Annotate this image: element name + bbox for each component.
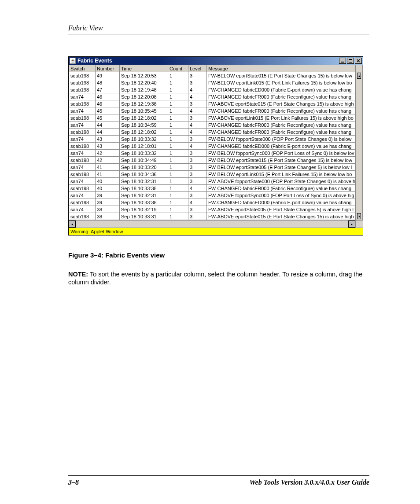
cell-time: Sep 18 10:34:49 bbox=[120, 157, 168, 164]
table-row[interactable]: san7438Sep 18 10:32:1913FW-ABOVE eportSt… bbox=[69, 206, 363, 213]
cell-message: FW-ABOVE eportLink015 (E Port Link Failu… bbox=[207, 114, 356, 121]
col-number[interactable]: Number bbox=[96, 65, 120, 72]
cell-count: 1 bbox=[168, 213, 188, 220]
cell-level: 4 bbox=[188, 86, 207, 93]
cell-time: Sep 18 10:33:32 bbox=[120, 150, 168, 157]
hscroll-track[interactable] bbox=[76, 221, 348, 228]
cell-level: 3 bbox=[188, 157, 207, 164]
cell-switch: sqab198 bbox=[69, 171, 96, 178]
cell-level: 3 bbox=[188, 136, 207, 143]
cell-number: 39 bbox=[96, 199, 120, 206]
table-row[interactable]: sqab19846Sep 18 12:19:3813FW-ABOVE eport… bbox=[69, 100, 363, 107]
figure-window: ☕ Fabric Events bbox=[68, 56, 369, 235]
col-count[interactable]: Count bbox=[168, 65, 188, 72]
cell-time: Sep 18 12:18:02 bbox=[120, 129, 168, 136]
cell-message: FW-CHANGED fabricED000 (Fabric E-port do… bbox=[207, 86, 356, 93]
table-row[interactable]: sqab19845Sep 18 12:18:0213FW-ABOVE eport… bbox=[69, 114, 363, 121]
cell-message: FW-ABOVE eportState005 (E Port State Cha… bbox=[207, 206, 356, 213]
cell-count: 1 bbox=[168, 129, 188, 136]
scroll-up-icon[interactable]: ▴ bbox=[357, 73, 361, 79]
cell-switch: sqab198 bbox=[69, 129, 96, 136]
figure-caption: Figure 3–4: Fabric Events view bbox=[68, 251, 369, 259]
cell-switch: san74 bbox=[69, 192, 96, 199]
table-row[interactable]: san7443Sep 18 10:33:3213FW-BELOW fopport… bbox=[69, 136, 363, 143]
maximize-button[interactable] bbox=[347, 58, 354, 64]
table-row[interactable]: sqab19839Sep 18 10:33:3814FW-CHANGED fab… bbox=[69, 199, 363, 206]
table-row[interactable]: san7441Sep 18 10:33:2013FW-BELOW eportSt… bbox=[69, 164, 363, 171]
table-row[interactable]: san7442Sep 18 10:33:3213FW-BELOW fopport… bbox=[69, 150, 363, 157]
scroll-down-icon[interactable]: ▾ bbox=[357, 213, 361, 219]
vertical-scrollbar[interactable]: ▴▾ bbox=[356, 72, 363, 220]
cell-number: 44 bbox=[96, 129, 120, 136]
cell-switch: sqab198 bbox=[69, 72, 96, 79]
cell-time: Sep 18 10:34:36 bbox=[120, 171, 168, 178]
table-row[interactable]: san7445Sep 18 10:35:4514FW-CHANGED fabri… bbox=[69, 107, 363, 114]
svg-rect-2 bbox=[349, 59, 352, 60]
cell-message: FW-BELOW eportLink015 (E Port Link Failu… bbox=[207, 79, 356, 86]
table-row[interactable]: sqab19844Sep 18 12:18:0214FW-CHANGED fab… bbox=[69, 129, 363, 136]
cell-message: FW-BELOW fopportState000 (FOP Port State… bbox=[207, 136, 356, 143]
window-title: Fabric Events bbox=[77, 58, 112, 64]
cell-switch: sqab198 bbox=[69, 86, 96, 93]
table-row[interactable]: sqab19843Sep 18 12:18:0114FW-CHANGED fab… bbox=[69, 143, 363, 150]
cell-number: 44 bbox=[96, 121, 120, 129]
cell-count: 1 bbox=[168, 107, 188, 114]
cell-level: 3 bbox=[188, 164, 207, 171]
cell-number: 43 bbox=[96, 143, 120, 150]
table-row[interactable]: sqab19847Sep 18 12:19:4814FW-CHANGED fab… bbox=[69, 86, 363, 93]
cell-switch: sqab198 bbox=[69, 100, 96, 107]
scroll-left-icon[interactable]: ◂ bbox=[69, 221, 76, 228]
cell-switch: sqab198 bbox=[69, 143, 96, 150]
cell-switch: san74 bbox=[69, 121, 96, 129]
cell-count: 1 bbox=[168, 157, 188, 164]
col-time[interactable]: Time bbox=[120, 65, 168, 72]
table-row[interactable]: sqab19838Sep 18 10:33:3113FW-ABOVE eport… bbox=[69, 213, 363, 220]
table-row[interactable]: sqab19848Sep 18 12:20:4013FW-BELOW eport… bbox=[69, 79, 363, 86]
col-switch[interactable]: Switch bbox=[69, 65, 96, 72]
cell-count: 1 bbox=[168, 143, 188, 150]
cell-number: 40 bbox=[96, 178, 120, 185]
table-row[interactable]: sqab19840Sep 18 10:33:3814FW-CHANGED fab… bbox=[69, 185, 363, 192]
cell-switch: san74 bbox=[69, 107, 96, 114]
cell-message: FW-BELOW fopportSync000 (FOP Port Loss o… bbox=[207, 150, 356, 157]
cell-level: 3 bbox=[188, 206, 207, 213]
cell-time: Sep 18 10:33:31 bbox=[120, 213, 168, 220]
cell-level: 4 bbox=[188, 199, 207, 206]
cell-level: 3 bbox=[188, 114, 207, 121]
cell-number: 48 bbox=[96, 79, 120, 86]
cell-count: 1 bbox=[168, 72, 188, 79]
table-row[interactable]: san7439Sep 18 10:32:3113FW-ABOVE fopport… bbox=[69, 192, 363, 199]
cell-count: 1 bbox=[168, 206, 188, 213]
cell-count: 1 bbox=[168, 199, 188, 206]
table-row[interactable]: san7446Sep 18 12:20:0814FW-CHANGED fabri… bbox=[69, 93, 363, 100]
cell-time: Sep 18 10:34:59 bbox=[120, 121, 168, 129]
minimize-button[interactable] bbox=[339, 58, 346, 64]
events-table: Switch Number Time Count Level Message s… bbox=[69, 65, 363, 220]
close-button[interactable] bbox=[355, 58, 362, 64]
cell-count: 1 bbox=[168, 79, 188, 86]
cell-message: FW-BELOW eportState015 (E Port State Cha… bbox=[207, 157, 356, 164]
cell-level: 4 bbox=[188, 129, 207, 136]
cell-number: 41 bbox=[96, 171, 120, 178]
cell-number: 41 bbox=[96, 164, 120, 171]
note-text: To sort the events by a particular colum… bbox=[68, 271, 362, 286]
window-titlebar[interactable]: ☕ Fabric Events bbox=[69, 57, 363, 65]
fabric-events-window: ☕ Fabric Events bbox=[68, 56, 363, 235]
cell-message: FW-ABOVE eportState015 (E Port State Cha… bbox=[207, 213, 356, 220]
table-row[interactable]: sqab19841Sep 18 10:34:3613FW-BELOW eport… bbox=[69, 171, 363, 178]
table-row[interactable]: sqab19842Sep 18 10:34:4913FW-BELOW eport… bbox=[69, 157, 363, 164]
horizontal-scrollbar[interactable]: ◂ ▸ bbox=[69, 220, 363, 228]
cell-time: Sep 18 10:33:38 bbox=[120, 199, 168, 206]
col-level[interactable]: Level bbox=[188, 65, 207, 72]
table-row[interactable]: san7444Sep 18 10:34:5914FW-CHANGED fabri… bbox=[69, 121, 363, 129]
applet-warning: Warning: Applet Window bbox=[69, 228, 363, 235]
cell-switch: sqab198 bbox=[69, 185, 96, 192]
cell-switch: san74 bbox=[69, 164, 96, 171]
cell-number: 42 bbox=[96, 157, 120, 164]
table-row[interactable]: san7440Sep 18 10:32:3113FW-ABOVE fopport… bbox=[69, 178, 363, 185]
cell-count: 1 bbox=[168, 192, 188, 199]
scroll-right-icon[interactable]: ▸ bbox=[348, 221, 355, 228]
table-row[interactable]: sqab19849Sep 18 12:20:5313FW-BELOW eport… bbox=[69, 72, 363, 79]
footer-rule bbox=[68, 475, 369, 476]
col-message[interactable]: Message bbox=[207, 65, 356, 72]
